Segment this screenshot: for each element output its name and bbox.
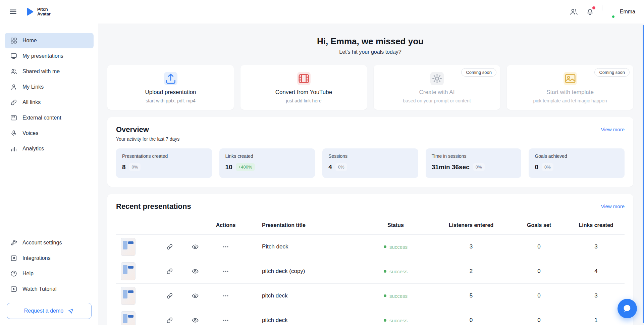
sidebar-item-account-settings[interactable]: Account settings: [5, 235, 94, 250]
stat-label: Presentations created: [122, 153, 206, 159]
table-row: Pitch deck success 3 0 3: [116, 234, 625, 259]
stat-change-badge: +400%: [236, 163, 255, 171]
card-title: Start with template: [546, 89, 594, 96]
app-logo[interactable]: Pitch Avatar: [25, 7, 51, 17]
sidebar-item-label: My Links: [22, 84, 44, 90]
overview-panel: Overview Your activity for the last 7 da…: [107, 117, 633, 187]
chat-widget-button[interactable]: [618, 299, 637, 318]
presentation-thumbnail[interactable]: [121, 262, 136, 280]
topbar: Pitch Avatar Emma: [0, 0, 644, 24]
status-dot: [384, 270, 386, 273]
status-dot: [384, 294, 386, 297]
column-actions: Actions: [206, 222, 246, 228]
sidebar-item-my-presentations[interactable]: My presentations: [5, 48, 94, 64]
external-content-icon: [10, 114, 17, 122]
presentations-table: Actions Presentation title Status Listen…: [116, 216, 625, 325]
stat-goals-achieved: Goals achieved 0 0%: [529, 148, 625, 178]
wrench-icon: [10, 239, 17, 246]
more-actions-icon[interactable]: [222, 317, 229, 324]
recent-view-more-link[interactable]: View more: [601, 203, 625, 209]
column-goals-set: Goals set: [511, 222, 568, 228]
card-subtitle: start with pptx. pdf. mp4: [146, 98, 196, 103]
presentation-icon: [10, 52, 17, 60]
integration-icon: [10, 254, 17, 262]
avatar-photo: [602, 5, 602, 11]
preview-eye-icon[interactable]: [192, 292, 199, 299]
presentation-thumbnail[interactable]: [121, 238, 136, 256]
sidebar: Home My presentations Shared with me My …: [0, 24, 98, 325]
sidebar-item-voices[interactable]: Voices: [5, 126, 94, 141]
recent-presentations-panel: Recent presentations View more Actions P…: [107, 194, 633, 325]
presentation-title: pitch deck: [246, 317, 360, 324]
overview-subtitle: Your activity for the last 7 days: [116, 136, 179, 142]
column-listeners-entered: Listeners entered: [432, 222, 511, 228]
overview-view-more-link[interactable]: View more: [601, 127, 625, 132]
copy-link-icon[interactable]: [166, 317, 173, 324]
presentation-thumbnail[interactable]: [121, 311, 136, 325]
more-actions-icon[interactable]: [222, 243, 229, 250]
greeting-subtitle: Let's hit your goals today?: [107, 49, 633, 55]
stat-change-badge: 0%: [473, 163, 485, 171]
stat-change-badge: 0%: [542, 163, 553, 171]
more-actions-icon[interactable]: [222, 268, 229, 275]
grid-icon: [10, 37, 17, 44]
copy-link-icon[interactable]: [166, 268, 173, 275]
table-row: pitch deck success 0 0 1: [116, 308, 625, 325]
sidebar-item-analytics[interactable]: Analytics: [5, 141, 94, 156]
column-presentation-title: Presentation title: [246, 222, 360, 228]
stat-label: Time in sessions: [432, 153, 516, 159]
recent-title: Recent presentations: [116, 202, 191, 211]
card-title: Convert from YouTube: [275, 89, 332, 96]
sidebar-item-all-links[interactable]: All links: [5, 95, 94, 110]
sidebar-item-label: Help: [22, 271, 34, 277]
links-created-value: 3: [568, 292, 625, 299]
page-scrollbar[interactable]: [643, 25, 644, 323]
links-created-value: 1: [568, 317, 625, 324]
stat-value: 0: [535, 164, 538, 171]
sidebar-item-label: Watch Tutorial: [22, 286, 57, 292]
card-title: Upload presentation: [145, 89, 196, 96]
convert-youtube-card[interactable]: Convert from YouTube just add link here: [240, 65, 367, 110]
request-demo-label: Request a demo: [24, 308, 63, 314]
preview-eye-icon[interactable]: [192, 243, 199, 250]
notification-dot: [592, 6, 595, 9]
request-demo-button[interactable]: Request a demo: [7, 303, 92, 319]
stat-change-badge: 0%: [335, 163, 347, 171]
sidebar-item-watch-tutorial[interactable]: Watch Tutorial: [5, 281, 94, 297]
sidebar-item-integrations[interactable]: Integrations: [5, 250, 94, 266]
presentation-title: Pitch deck: [246, 243, 360, 250]
sidebar-item-help[interactable]: Help: [5, 266, 94, 281]
listeners-entered-value: 5: [432, 292, 511, 299]
stat-label: Links created: [225, 153, 309, 159]
preview-eye-icon[interactable]: [192, 317, 199, 324]
more-actions-icon[interactable]: [222, 292, 229, 299]
sidebar-item-external-content[interactable]: External content: [5, 110, 94, 126]
sidebar-item-label: Integrations: [22, 255, 51, 261]
table-header-row: Actions Presentation title Status Listen…: [116, 216, 625, 234]
user-avatar[interactable]: [602, 5, 615, 18]
upload-presentation-card[interactable]: Upload presentation start with pptx. pdf…: [107, 65, 234, 110]
notifications-bell-icon[interactable]: [586, 7, 594, 16]
users-icon: [10, 68, 17, 75]
sidebar-item-my-links[interactable]: My Links: [5, 79, 94, 95]
sidebar-item-label: Account settings: [22, 240, 62, 246]
card-subtitle: based on your prompt or content: [403, 98, 471, 103]
stat-time-in-sessions: Time in sessions 31min 36sec 0%: [426, 148, 522, 178]
stat-label: Sessions: [328, 153, 412, 159]
presentation-thumbnail[interactable]: [121, 287, 136, 305]
send-icon: [67, 308, 74, 314]
start-with-template-card: Coming soon Start with template pick tem…: [507, 65, 633, 110]
goals-set-value: 0: [511, 292, 568, 299]
sidebar-item-shared-with-me[interactable]: Shared with me: [5, 64, 94, 79]
community-icon[interactable]: [570, 7, 578, 16]
greeting-block: Hi, Emma, we missed you Let's hit your g…: [107, 36, 633, 55]
status-badge: success: [389, 318, 408, 323]
status-badge: success: [389, 269, 408, 274]
sidebar-item-home[interactable]: Home: [5, 33, 94, 48]
preview-eye-icon[interactable]: [192, 268, 199, 275]
copy-link-icon[interactable]: [166, 243, 173, 250]
copy-link-icon[interactable]: [166, 292, 173, 299]
template-icon: [564, 72, 577, 85]
menu-icon[interactable]: [9, 7, 17, 16]
overview-title: Overview: [116, 125, 179, 134]
